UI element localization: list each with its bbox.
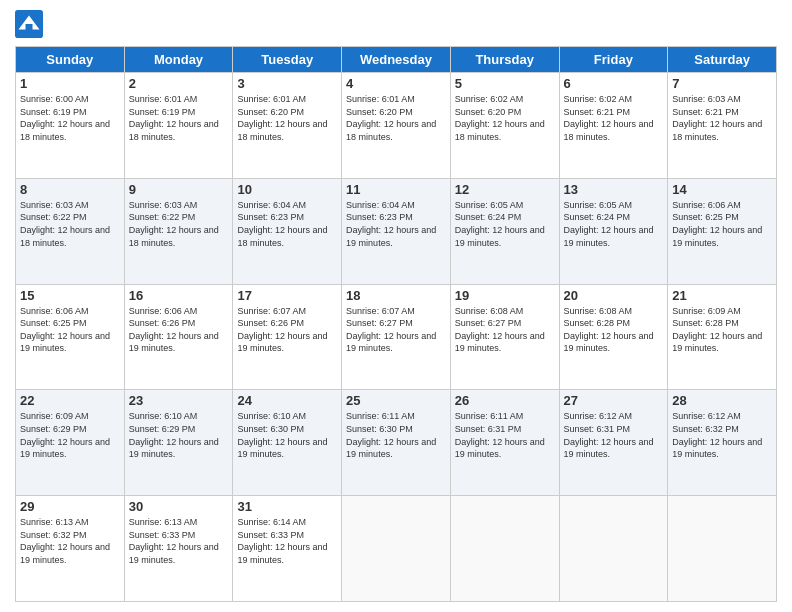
day-number: 17 [237,288,337,303]
day-number: 29 [20,499,120,514]
day-info: Sunrise: 6:10 AMSunset: 6:30 PMDaylight:… [237,410,337,460]
day-number: 8 [20,182,120,197]
day-info: Sunrise: 6:07 AMSunset: 6:26 PMDaylight:… [237,305,337,355]
day-header-sunday: Sunday [16,47,125,73]
day-number: 23 [129,393,229,408]
logo-icon [15,10,43,38]
day-header-friday: Friday [559,47,668,73]
day-number: 21 [672,288,772,303]
day-cell-1: 1Sunrise: 6:00 AMSunset: 6:19 PMDaylight… [16,73,125,179]
day-cell-6: 6Sunrise: 6:02 AMSunset: 6:21 PMDaylight… [559,73,668,179]
day-cell-27: 27Sunrise: 6:12 AMSunset: 6:31 PMDayligh… [559,390,668,496]
day-cell-28: 28Sunrise: 6:12 AMSunset: 6:32 PMDayligh… [668,390,777,496]
day-cell-24: 24Sunrise: 6:10 AMSunset: 6:30 PMDayligh… [233,390,342,496]
day-cell-15: 15Sunrise: 6:06 AMSunset: 6:25 PMDayligh… [16,284,125,390]
day-info: Sunrise: 6:05 AMSunset: 6:24 PMDaylight:… [455,199,555,249]
day-number: 26 [455,393,555,408]
day-info: Sunrise: 6:09 AMSunset: 6:29 PMDaylight:… [20,410,120,460]
day-info: Sunrise: 6:13 AMSunset: 6:32 PMDaylight:… [20,516,120,566]
day-cell-17: 17Sunrise: 6:07 AMSunset: 6:26 PMDayligh… [233,284,342,390]
day-info: Sunrise: 6:00 AMSunset: 6:19 PMDaylight:… [20,93,120,143]
day-number: 15 [20,288,120,303]
day-number: 3 [237,76,337,91]
day-info: Sunrise: 6:04 AMSunset: 6:23 PMDaylight:… [346,199,446,249]
day-cell-10: 10Sunrise: 6:04 AMSunset: 6:23 PMDayligh… [233,178,342,284]
day-info: Sunrise: 6:12 AMSunset: 6:31 PMDaylight:… [564,410,664,460]
week-row-1: 1Sunrise: 6:00 AMSunset: 6:19 PMDaylight… [16,73,777,179]
day-cell-21: 21Sunrise: 6:09 AMSunset: 6:28 PMDayligh… [668,284,777,390]
day-info: Sunrise: 6:01 AMSunset: 6:19 PMDaylight:… [129,93,229,143]
day-cell-9: 9Sunrise: 6:03 AMSunset: 6:22 PMDaylight… [124,178,233,284]
day-number: 18 [346,288,446,303]
week-row-2: 8Sunrise: 6:03 AMSunset: 6:22 PMDaylight… [16,178,777,284]
day-info: Sunrise: 6:03 AMSunset: 6:22 PMDaylight:… [20,199,120,249]
day-cell-8: 8Sunrise: 6:03 AMSunset: 6:22 PMDaylight… [16,178,125,284]
day-number: 2 [129,76,229,91]
day-header-monday: Monday [124,47,233,73]
day-info: Sunrise: 6:12 AMSunset: 6:32 PMDaylight:… [672,410,772,460]
day-number: 7 [672,76,772,91]
day-number: 11 [346,182,446,197]
day-cell-14: 14Sunrise: 6:06 AMSunset: 6:25 PMDayligh… [668,178,777,284]
empty-cell [668,496,777,602]
empty-cell [342,496,451,602]
day-cell-29: 29Sunrise: 6:13 AMSunset: 6:32 PMDayligh… [16,496,125,602]
day-cell-7: 7Sunrise: 6:03 AMSunset: 6:21 PMDaylight… [668,73,777,179]
calendar-header-row: SundayMondayTuesdayWednesdayThursdayFrid… [16,47,777,73]
day-header-saturday: Saturday [668,47,777,73]
day-info: Sunrise: 6:08 AMSunset: 6:27 PMDaylight:… [455,305,555,355]
day-number: 31 [237,499,337,514]
day-info: Sunrise: 6:13 AMSunset: 6:33 PMDaylight:… [129,516,229,566]
day-number: 5 [455,76,555,91]
day-cell-3: 3Sunrise: 6:01 AMSunset: 6:20 PMDaylight… [233,73,342,179]
day-cell-11: 11Sunrise: 6:04 AMSunset: 6:23 PMDayligh… [342,178,451,284]
svg-rect-2 [26,24,33,32]
day-number: 30 [129,499,229,514]
day-info: Sunrise: 6:03 AMSunset: 6:21 PMDaylight:… [672,93,772,143]
day-info: Sunrise: 6:14 AMSunset: 6:33 PMDaylight:… [237,516,337,566]
header [15,10,777,38]
day-header-wednesday: Wednesday [342,47,451,73]
day-cell-16: 16Sunrise: 6:06 AMSunset: 6:26 PMDayligh… [124,284,233,390]
day-cell-30: 30Sunrise: 6:13 AMSunset: 6:33 PMDayligh… [124,496,233,602]
day-number: 22 [20,393,120,408]
day-info: Sunrise: 6:01 AMSunset: 6:20 PMDaylight:… [346,93,446,143]
day-cell-25: 25Sunrise: 6:11 AMSunset: 6:30 PMDayligh… [342,390,451,496]
day-cell-4: 4Sunrise: 6:01 AMSunset: 6:20 PMDaylight… [342,73,451,179]
day-info: Sunrise: 6:03 AMSunset: 6:22 PMDaylight:… [129,199,229,249]
day-cell-20: 20Sunrise: 6:08 AMSunset: 6:28 PMDayligh… [559,284,668,390]
day-number: 24 [237,393,337,408]
day-info: Sunrise: 6:06 AMSunset: 6:26 PMDaylight:… [129,305,229,355]
day-number: 4 [346,76,446,91]
day-cell-2: 2Sunrise: 6:01 AMSunset: 6:19 PMDaylight… [124,73,233,179]
day-number: 14 [672,182,772,197]
day-info: Sunrise: 6:02 AMSunset: 6:21 PMDaylight:… [564,93,664,143]
day-info: Sunrise: 6:08 AMSunset: 6:28 PMDaylight:… [564,305,664,355]
day-info: Sunrise: 6:10 AMSunset: 6:29 PMDaylight:… [129,410,229,460]
day-cell-31: 31Sunrise: 6:14 AMSunset: 6:33 PMDayligh… [233,496,342,602]
day-info: Sunrise: 6:05 AMSunset: 6:24 PMDaylight:… [564,199,664,249]
day-number: 10 [237,182,337,197]
day-info: Sunrise: 6:06 AMSunset: 6:25 PMDaylight:… [672,199,772,249]
day-cell-19: 19Sunrise: 6:08 AMSunset: 6:27 PMDayligh… [450,284,559,390]
day-info: Sunrise: 6:04 AMSunset: 6:23 PMDaylight:… [237,199,337,249]
day-info: Sunrise: 6:07 AMSunset: 6:27 PMDaylight:… [346,305,446,355]
day-cell-18: 18Sunrise: 6:07 AMSunset: 6:27 PMDayligh… [342,284,451,390]
day-cell-12: 12Sunrise: 6:05 AMSunset: 6:24 PMDayligh… [450,178,559,284]
page: SundayMondayTuesdayWednesdayThursdayFrid… [0,0,792,612]
day-cell-5: 5Sunrise: 6:02 AMSunset: 6:20 PMDaylight… [450,73,559,179]
empty-cell [450,496,559,602]
calendar: SundayMondayTuesdayWednesdayThursdayFrid… [15,46,777,602]
week-row-5: 29Sunrise: 6:13 AMSunset: 6:32 PMDayligh… [16,496,777,602]
day-info: Sunrise: 6:06 AMSunset: 6:25 PMDaylight:… [20,305,120,355]
day-info: Sunrise: 6:01 AMSunset: 6:20 PMDaylight:… [237,93,337,143]
week-row-4: 22Sunrise: 6:09 AMSunset: 6:29 PMDayligh… [16,390,777,496]
day-number: 1 [20,76,120,91]
day-number: 19 [455,288,555,303]
day-number: 25 [346,393,446,408]
day-number: 6 [564,76,664,91]
day-cell-22: 22Sunrise: 6:09 AMSunset: 6:29 PMDayligh… [16,390,125,496]
day-info: Sunrise: 6:11 AMSunset: 6:31 PMDaylight:… [455,410,555,460]
week-row-3: 15Sunrise: 6:06 AMSunset: 6:25 PMDayligh… [16,284,777,390]
day-number: 13 [564,182,664,197]
